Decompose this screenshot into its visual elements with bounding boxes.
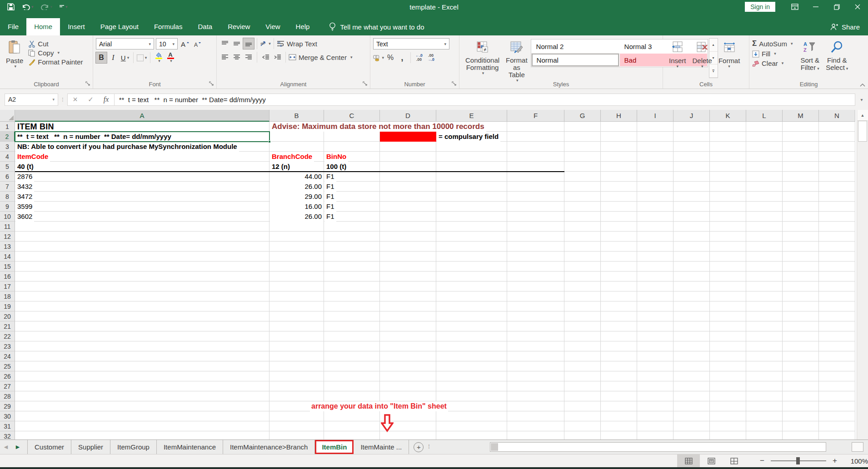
decrease-indent-icon[interactable] <box>260 52 271 63</box>
sign-in-button[interactable]: Sign in <box>745 2 775 12</box>
column-header-J[interactable]: J <box>673 110 710 122</box>
column-header-E[interactable]: E <box>436 110 507 122</box>
select-all-corner[interactable] <box>0 110 15 122</box>
clear-button[interactable]: Clear <box>752 59 793 67</box>
column-header-M[interactable]: M <box>783 110 819 122</box>
column-header-L[interactable]: L <box>746 110 783 122</box>
horizontal-scroll-thumb[interactable] <box>491 443 498 451</box>
column-header-D[interactable]: D <box>380 110 436 122</box>
italic-button[interactable]: I <box>108 52 119 63</box>
column-header-C[interactable]: C <box>324 110 380 122</box>
row-header-10[interactable]: 10 <box>0 212 15 222</box>
format-as-table-button[interactable]: Format asTable <box>503 38 531 84</box>
row-header-24[interactable]: 24 <box>0 351 15 361</box>
close-button[interactable] <box>847 0 868 14</box>
name-box[interactable]: A2 <box>5 94 58 106</box>
zoom-slider-thumb[interactable] <box>796 457 800 464</box>
paste-button[interactable]: Paste <box>3 38 26 69</box>
clipboard-dialog-launcher[interactable] <box>85 81 91 87</box>
row-header-11[interactable]: 11 <box>0 222 15 232</box>
sheet-nav-left-icon[interactable]: ◀ <box>0 440 12 454</box>
scroll-up-icon[interactable]: ▲ <box>857 110 868 121</box>
row-header-9[interactable]: 9 <box>0 202 15 212</box>
zoom-slider[interactable] <box>771 460 826 461</box>
row-header-1[interactable]: 1 <box>0 122 15 132</box>
worksheet-grid[interactable]: ABCDEFGHIJKLMN12345678910111213141516171… <box>0 110 857 439</box>
sheet-tab-itemmaintenance-branch[interactable]: ItemMaintenance>Branch <box>223 440 315 454</box>
cell-A4[interactable]: ItemCode <box>15 152 50 162</box>
delete-cells-button[interactable]: Delete ▾ <box>689 38 715 69</box>
cell-C9[interactable]: F1 <box>324 202 336 212</box>
tab-home[interactable]: Home <box>26 18 60 35</box>
sort-filter-button[interactable]: AZ Sort &Filter <box>797 38 823 72</box>
cell-C5[interactable]: 100 (t) <box>324 162 348 172</box>
format-cells-button[interactable]: Format ▾ <box>715 38 743 69</box>
cell-A1[interactable]: ITEM BIN <box>15 122 56 132</box>
column-header-N[interactable]: N <box>819 110 855 122</box>
normal-view-button[interactable] <box>677 454 700 467</box>
accounting-format-icon[interactable] <box>373 52 384 63</box>
row-header-21[interactable]: 21 <box>0 321 15 331</box>
save-icon[interactable] <box>7 3 15 10</box>
vertical-scrollbar[interactable]: ▲ <box>857 110 868 439</box>
cancel-icon[interactable]: × <box>68 94 83 105</box>
row-header-30[interactable]: 30 <box>0 411 15 421</box>
format-painter-button[interactable]: Format Painter <box>28 58 83 66</box>
tab-view[interactable]: View <box>258 18 288 35</box>
cell-B5[interactable]: 12 (n) <box>270 162 292 172</box>
cell-B1[interactable]: Advise: Maximum data store not more than… <box>270 122 486 132</box>
cell-C7[interactable]: F1 <box>324 182 336 192</box>
formula-input[interactable]: ** t = text ** n = number ** Date= dd/mm… <box>115 94 855 106</box>
sheet-nav-right-icon[interactable]: ▶ <box>12 440 24 454</box>
number-dialog-launcher[interactable] <box>451 81 457 87</box>
cell-A10[interactable]: 3602 <box>15 212 34 222</box>
sheet-tab-itemmaintenance[interactable]: ItemMaintenance <box>157 440 223 454</box>
row-header-25[interactable]: 25 <box>0 361 15 371</box>
column-header-A[interactable]: A <box>15 110 269 122</box>
conditional-formatting-button[interactable]: ≠ ConditionalFormatting <box>462 38 503 76</box>
comma-style-icon[interactable]: , <box>397 52 408 63</box>
cell-B7[interactable]: 26.00 <box>270 182 324 192</box>
merge-center-button[interactable]: Merge & Center <box>289 54 352 61</box>
fill-button[interactable]: Fill <box>752 50 793 58</box>
row-header-17[interactable]: 17 <box>0 281 15 291</box>
row-header-19[interactable]: 19 <box>0 301 15 311</box>
bold-button[interactable]: B <box>96 52 107 63</box>
row-header-28[interactable]: 28 <box>0 391 15 401</box>
column-header-H[interactable]: H <box>601 110 637 122</box>
row-header-26[interactable]: 26 <box>0 371 15 381</box>
enter-icon[interactable]: ✓ <box>83 94 99 105</box>
row-header-2[interactable]: 2 <box>0 132 15 142</box>
sheet-tab-itemmainte[interactable]: ItemMainte ... <box>354 440 409 454</box>
font-color-button[interactable]: A <box>165 52 176 63</box>
increase-indent-icon[interactable] <box>272 52 283 63</box>
row-header-23[interactable]: 23 <box>0 341 15 351</box>
align-top-icon[interactable] <box>219 38 230 49</box>
page-layout-view-button[interactable] <box>700 454 723 467</box>
font-size-select[interactable]: 10 <box>156 38 178 49</box>
row-header-18[interactable]: 18 <box>0 291 15 301</box>
zoom-in-button[interactable]: + <box>829 456 841 465</box>
page-break-view-button[interactable] <box>723 454 745 467</box>
underline-button[interactable]: U <box>120 52 130 63</box>
row-header-6[interactable]: 6 <box>0 172 15 182</box>
horizontal-scrollbar[interactable] <box>490 442 826 452</box>
tab-page-layout[interactable]: Page Layout <box>93 18 146 35</box>
restore-button[interactable] <box>826 0 847 14</box>
zoom-level[interactable]: 100% <box>847 457 868 465</box>
vertical-scroll-thumb[interactable] <box>858 121 867 142</box>
collapse-ribbon-icon[interactable] <box>859 82 865 88</box>
customize-qat-icon[interactable] <box>60 5 68 9</box>
orientation-icon[interactable]: ab <box>260 38 271 49</box>
row-header-27[interactable]: 27 <box>0 381 15 391</box>
tab-insert[interactable]: Insert <box>60 18 93 35</box>
row-header-13[interactable]: 13 <box>0 242 15 252</box>
wrap-text-button[interactable]: ab Wrap Text <box>277 40 317 48</box>
number-format-select[interactable]: Text <box>373 38 449 49</box>
style-normal-2[interactable]: Normal 2 <box>532 40 619 53</box>
sheet-tab-itemgroup[interactable]: ItemGroup <box>110 440 157 454</box>
align-right-icon[interactable] <box>243 52 254 63</box>
column-header-I[interactable]: I <box>637 110 673 122</box>
sheet-tab-itembin[interactable]: ItemBin <box>315 440 354 454</box>
align-middle-icon[interactable] <box>231 38 242 49</box>
